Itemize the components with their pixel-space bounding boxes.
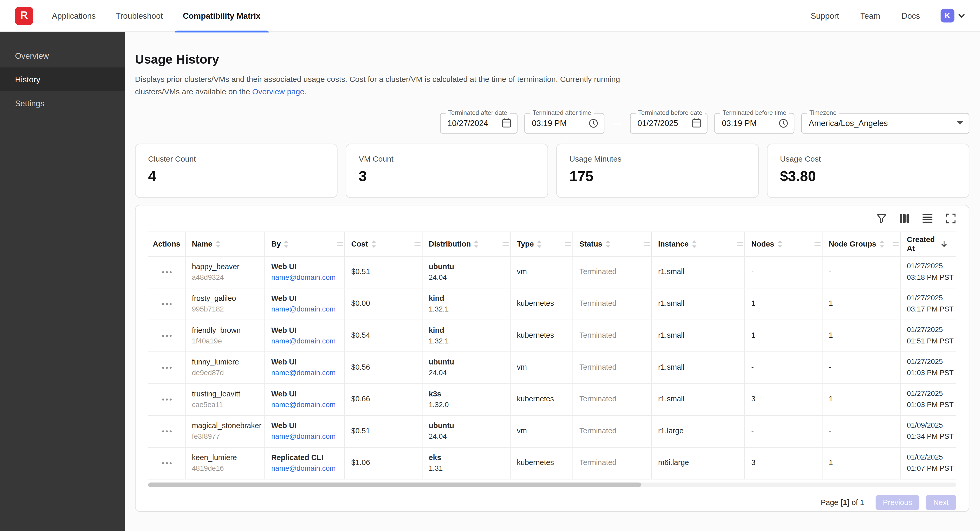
column-header-name[interactable]: Name xyxy=(186,232,265,256)
sidebar-item-history[interactable]: History xyxy=(0,68,125,91)
row-actions-button[interactable] xyxy=(158,394,175,404)
column-header-nodes[interactable]: Nodes xyxy=(745,232,822,256)
created-by-email-link[interactable]: name@domain.com xyxy=(271,272,339,283)
column-header-type[interactable]: Type xyxy=(511,232,573,256)
column-header-instance[interactable]: Instance xyxy=(652,232,745,256)
stat-label: Usage Minutes xyxy=(570,155,746,163)
instance-cell: r1.small xyxy=(652,352,745,383)
row-actions-button[interactable] xyxy=(158,458,175,468)
calendar-icon[interactable] xyxy=(502,118,511,128)
column-header-distribution[interactable]: Distribution xyxy=(422,232,511,256)
usage-table-card: Actions Name By Cost xyxy=(135,204,969,512)
column-separator-icon[interactable] xyxy=(337,241,343,246)
column-header-cost[interactable]: Cost xyxy=(345,232,422,256)
name-cell: keen_lumiere 4819de16 xyxy=(186,447,265,479)
distribution-version: 24.04 xyxy=(429,431,505,442)
row-actions-button[interactable] xyxy=(158,426,175,436)
node-groups-cell: 1 xyxy=(822,447,900,479)
column-header-status[interactable]: Status xyxy=(573,232,652,256)
previous-page-button[interactable]: Previous xyxy=(875,495,920,510)
sort-icon xyxy=(371,240,376,247)
row-actions-button[interactable] xyxy=(158,330,175,340)
node-groups-value: 1 xyxy=(829,457,895,469)
column-header-actions[interactable]: Actions xyxy=(148,232,186,256)
field-label: Terminated before date xyxy=(636,109,705,116)
overview-page-link[interactable]: Overview page xyxy=(252,87,304,97)
nav-link-docs[interactable]: Docs xyxy=(891,11,931,20)
field-label: Terminated before time xyxy=(720,109,789,116)
timezone-select[interactable]: Timezone America/Los_Angeles xyxy=(801,113,969,133)
column-header-node-groups[interactable]: Node Groups xyxy=(822,232,900,256)
actions-cell xyxy=(148,288,186,319)
column-header-by[interactable]: By xyxy=(265,232,345,256)
user-menu[interactable]: K xyxy=(941,9,965,22)
created-by-email-link[interactable]: name@domain.com xyxy=(271,368,339,379)
nav-link-support[interactable]: Support xyxy=(800,11,850,20)
scrollbar-thumb[interactable] xyxy=(148,482,641,487)
created-by-email-link[interactable]: name@domain.com xyxy=(271,463,339,474)
name-cell: magical_stonebraker fe3f8977 xyxy=(186,415,265,447)
next-page-button[interactable]: Next xyxy=(926,495,956,510)
column-separator-icon[interactable] xyxy=(565,241,571,246)
type-cell: kubernetes xyxy=(511,447,573,479)
actions-cell xyxy=(148,415,186,447)
created-by-email-link[interactable]: name@domain.com xyxy=(271,431,339,442)
replicated-logo[interactable]: R xyxy=(15,6,33,25)
terminated-after-time-field[interactable]: Terminated after time 03:19 PM xyxy=(524,113,605,133)
cluster-name: keen_lumiere xyxy=(192,452,259,463)
created-by-email-link[interactable]: name@domain.com xyxy=(271,399,339,410)
instance-value: r1.small xyxy=(658,298,739,310)
row-actions-button[interactable] xyxy=(158,267,175,277)
clock-icon[interactable] xyxy=(589,118,598,128)
cost-cell: $0.54 xyxy=(345,320,422,351)
node-groups-cell: 1 xyxy=(822,384,900,415)
by-cell: Web UI name@domain.com xyxy=(265,415,345,447)
sidebar-item-overview[interactable]: Overview xyxy=(0,44,125,67)
column-separator-icon[interactable] xyxy=(737,241,743,246)
nav-tab-troubleshoot[interactable]: Troubleshoot xyxy=(106,0,173,32)
distribution-name: ubuntu xyxy=(429,356,505,368)
dropdown-caret-icon[interactable] xyxy=(957,121,963,125)
row-actions-button[interactable] xyxy=(158,299,175,309)
nodes-cell: - xyxy=(745,415,822,447)
column-separator-icon[interactable] xyxy=(815,241,821,246)
sort-icon xyxy=(692,240,697,247)
created-date: 01/27/2025 xyxy=(907,356,951,367)
column-separator-icon[interactable] xyxy=(414,241,420,246)
cluster-id: 4819de16 xyxy=(192,463,259,474)
terminated-after-date-field[interactable]: Terminated after date 10/27/2024 xyxy=(440,113,517,133)
created-by-email-link[interactable]: name@domain.com xyxy=(271,304,339,315)
row-actions-button[interactable] xyxy=(158,362,175,372)
node-groups-value: 1 xyxy=(829,330,895,341)
column-label: Created At xyxy=(907,235,938,252)
by-cell: Web UI name@domain.com xyxy=(265,384,345,415)
columns-icon[interactable] xyxy=(899,212,910,223)
node-groups-value: - xyxy=(829,361,895,373)
nav-tab-applications[interactable]: Applications xyxy=(42,0,106,32)
terminated-before-date-field[interactable]: Terminated before date 01/27/2025 xyxy=(630,113,708,133)
column-header-created-at[interactable]: Created At xyxy=(900,232,956,256)
column-separator-icon[interactable] xyxy=(892,241,899,246)
calendar-icon[interactable] xyxy=(692,118,701,128)
stat-card-vm-count: VM Count 3 xyxy=(346,143,548,198)
by-cell: Web UI name@domain.com xyxy=(265,320,345,351)
clock-icon[interactable] xyxy=(779,118,788,128)
filter-icon[interactable] xyxy=(876,212,887,223)
table-body: happy_beaver a48d9324 Web UI name@domain… xyxy=(148,256,956,479)
sidebar-item-settings[interactable]: Settings xyxy=(0,91,125,115)
fullscreen-icon[interactable] xyxy=(945,212,956,223)
terminated-before-time-field[interactable]: Terminated before time 03:19 PM xyxy=(714,113,795,133)
density-icon[interactable] xyxy=(922,212,933,223)
horizontal-scrollbar[interactable] xyxy=(148,482,956,487)
type-value: vm xyxy=(517,361,568,373)
column-separator-icon[interactable] xyxy=(503,241,509,246)
column-separator-icon[interactable] xyxy=(644,241,650,246)
field-value: 01/27/2025 xyxy=(638,118,687,128)
created-by-email-link[interactable]: name@domain.com xyxy=(271,336,339,347)
cost-cell: $0.51 xyxy=(345,256,422,287)
nav-tab-compatibility-matrix[interactable]: Compatibility Matrix xyxy=(173,0,270,32)
column-label: Type xyxy=(517,239,534,248)
nav-link-team[interactable]: Team xyxy=(850,11,891,20)
distribution-cell: ubuntu 24.04 xyxy=(422,352,511,383)
sort-icon xyxy=(777,240,782,247)
